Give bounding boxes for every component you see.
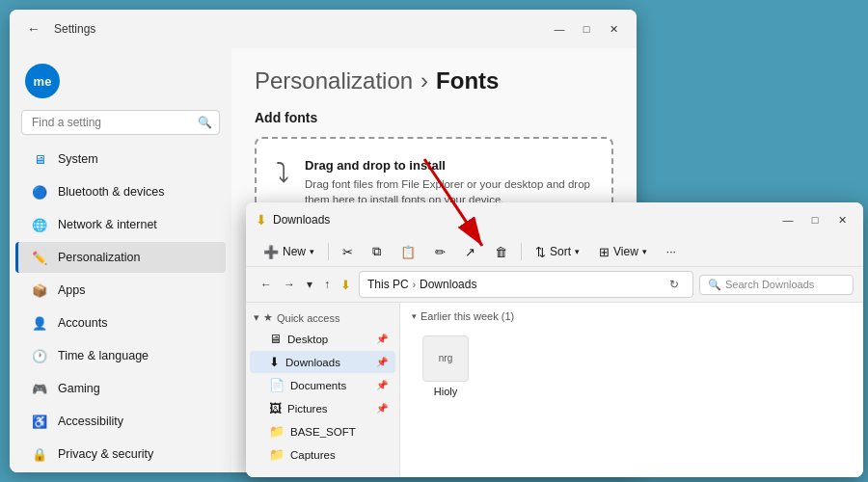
view-icon: ⊞ (599, 245, 610, 259)
explorer-titlebar: ⬇ Downloads — □ ✕ (246, 202, 863, 237)
sidebar-pictures[interactable]: 🖼 Pictures 📌 (250, 397, 395, 419)
star-icon: ★ (263, 311, 273, 324)
sidebar-item-accounts[interactable]: 👤 Accounts (15, 308, 226, 338)
sidebar-item-bluetooth[interactable]: 🔵 Bluetooth & devices (15, 176, 226, 207)
gaming-icon: 🎮 (31, 380, 48, 397)
cut-button[interactable]: ✂ (335, 242, 361, 262)
more-button[interactable]: ··· (659, 242, 684, 261)
sidebar-documents[interactable]: 📄 Documents 📌 (250, 374, 395, 396)
file-item-hioly[interactable]: nrg Hioly (412, 330, 479, 403)
paste-icon: 📋 (400, 245, 416, 259)
sidebar-captures[interactable]: 📁 Captures (250, 443, 395, 466)
file-grid: nrg Hioly (412, 330, 852, 403)
file-name-hioly: Hioly (434, 386, 457, 397)
sidebar-item-accessibility[interactable]: ♿ Accessibility (15, 406, 226, 437)
nav-up-button[interactable]: ▾ (302, 275, 317, 294)
sidebar-pictures-label: Pictures (287, 403, 328, 415)
group-header-arrow: ▾ (412, 311, 417, 321)
explorer-title-text: Downloads (273, 213, 330, 227)
explorer-window: ⬇ Downloads — □ ✕ ➕ New ▾ ✂ ⧉ 📋 ✏ ↗ 🗑 ⇅ … (246, 202, 863, 477)
sort-arrow-icon: ▾ (575, 247, 580, 256)
search-icon: 🔍 (198, 116, 212, 129)
sidebar-label-accessibility: Accessibility (58, 415, 123, 428)
sidebar-downloads-label: Downloads (285, 357, 340, 368)
sidebar-item-apps[interactable]: 📦 Apps (15, 275, 226, 306)
copy-icon: ⧉ (372, 244, 381, 259)
explorer-search-placeholder: Search Downloads (725, 279, 814, 290)
rename-button[interactable]: ✏ (427, 242, 453, 262)
delete-icon: 🗑 (495, 245, 507, 259)
sidebar-item-privacy[interactable]: 🔒 Privacy & security (15, 439, 226, 469)
sidebar-label-bluetooth: Bluetooth & devices (58, 185, 165, 199)
address-bar[interactable]: This PC › Downloads ↻ (359, 271, 693, 298)
rename-icon: ✏ (435, 245, 446, 259)
sidebar-desktop[interactable]: 🖥 Desktop 📌 (250, 328, 395, 350)
explorer-content: ▾ ★ Quick access 🖥 Desktop 📌 ⬇ Downloads… (246, 303, 863, 477)
explorer-titlebar-controls: — □ ✕ (776, 208, 854, 231)
quick-access-label: Quick access (277, 312, 339, 324)
file-group-header: ▾ Earlier this week (1) (412, 310, 852, 322)
toolbar-separator-1 (328, 243, 329, 260)
view-arrow-icon: ▾ (642, 247, 647, 256)
minimize-button[interactable]: — (548, 17, 571, 40)
quick-access-section: ▾ ★ Quick access 🖥 Desktop 📌 ⬇ Downloads… (246, 308, 399, 466)
new-label: New (283, 245, 306, 258)
titlebar-left: ← Settings (21, 19, 95, 39)
sidebar-item-time[interactable]: 🕐 Time & language (15, 340, 226, 371)
sidebar-item-personalization[interactable]: ✏️ Personalization (15, 242, 226, 273)
sort-icon: ⇅ (535, 245, 546, 259)
explorer-search-box[interactable]: 🔍 Search Downloads (699, 275, 854, 295)
back-button[interactable]: ← (21, 19, 46, 39)
personalization-icon: ✏️ (31, 249, 48, 266)
new-button[interactable]: ➕ New ▾ (256, 242, 322, 262)
quick-access-arrow: ▾ (254, 311, 259, 324)
drag-drop-text: Drag and drop to install Drag font files… (305, 158, 592, 207)
nav-parent-button[interactable]: ↑ (319, 275, 335, 294)
explorer-close-button[interactable]: ✕ (830, 208, 854, 231)
explorer-maximize-button[interactable]: □ (803, 208, 827, 231)
sidebar-basesoft[interactable]: 📁 BASE_SOFT (250, 420, 395, 442)
documents-folder-icon: 📄 (269, 378, 285, 392)
nav-back-button[interactable]: ← (256, 275, 277, 294)
paste-button[interactable]: 📋 (393, 242, 423, 262)
sort-label: Sort (550, 245, 571, 258)
copy-button[interactable]: ⧉ (365, 241, 389, 262)
nav-forward-button[interactable]: → (279, 275, 300, 294)
titlebar-controls: — □ ✕ (548, 17, 625, 40)
sidebar-downloads[interactable]: ⬇ Downloads 📌 (250, 351, 395, 373)
captures-folder-icon: 📁 (269, 447, 285, 462)
cut-icon: ✂ (342, 245, 353, 259)
address-download-icon: ⬇ (340, 278, 351, 292)
new-arrow-icon: ▾ (310, 247, 314, 256)
explorer-folder-icon: ⬇ (256, 212, 267, 228)
quick-access-header[interactable]: ▾ ★ Quick access (246, 308, 399, 327)
refresh-button[interactable]: ↻ (664, 275, 685, 294)
sidebar-item-system[interactable]: 🖥 System (15, 144, 226, 174)
share-button[interactable]: ↗ (457, 242, 483, 262)
breadcrumb-parent: Personalization (255, 67, 413, 94)
sidebar-label-personalization: Personalization (58, 251, 140, 264)
search-box[interactable]: 🔍 (21, 110, 220, 135)
close-button[interactable]: ✕ (602, 17, 625, 40)
time-icon: 🕐 (31, 347, 48, 364)
explorer-minimize-button[interactable]: — (776, 208, 800, 231)
breadcrumb: Personalization › Fonts (255, 67, 613, 94)
avatar: me (25, 64, 60, 98)
downloads-folder-icon: ⬇ (269, 355, 280, 369)
explorer-titlebar-left: ⬇ Downloads (256, 212, 330, 228)
sort-button[interactable]: ⇅ Sort ▾ (528, 242, 587, 262)
settings-sidebar: me 🔍 🖥 System 🔵 Bluetooth & devices 🌐 Ne… (10, 48, 231, 472)
delete-button[interactable]: 🗑 (487, 242, 515, 262)
sidebar-label-system: System (58, 152, 98, 166)
settings-titlebar: ← Settings — □ ✕ (10, 10, 637, 48)
maximize-button[interactable]: □ (575, 17, 598, 40)
sidebar-basesoft-label: BASE_SOFT (290, 426, 356, 438)
address-path: This PC › Downloads (367, 278, 660, 291)
search-input[interactable] (21, 110, 220, 135)
sidebar-item-network[interactable]: 🌐 Network & internet (15, 209, 226, 240)
pictures-folder-icon: 🖼 (269, 401, 282, 415)
sidebar-captures-label: Captures (290, 449, 336, 461)
sidebar-item-gaming[interactable]: 🎮 Gaming (15, 373, 226, 404)
view-button[interactable]: ⊞ View ▾ (591, 242, 655, 262)
sidebar-documents-label: Documents (290, 380, 346, 391)
